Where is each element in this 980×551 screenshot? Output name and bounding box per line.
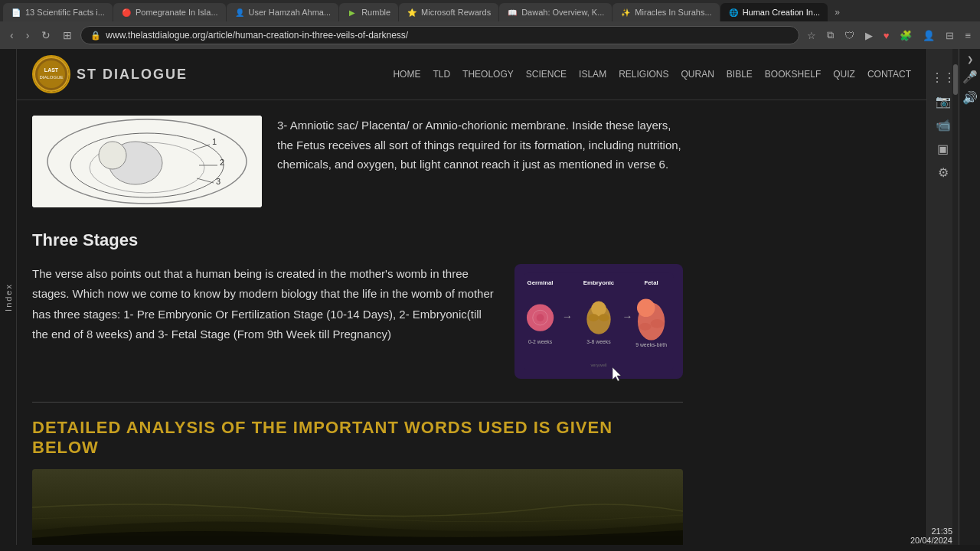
- tab-label-6: Dawah: Overview, K...: [521, 8, 604, 17]
- svg-text:→: →: [622, 311, 632, 322]
- far-right-arrow[interactable]: ❯: [967, 55, 973, 64]
- sidebar-camera-icon[interactable]: 📷: [936, 94, 951, 109]
- stages-section: The verse also points out that a human b…: [32, 264, 683, 379]
- left-sidebar[interactable]: Index: [0, 49, 17, 545]
- svg-text:2: 2: [220, 158, 224, 167]
- logo-image: LAST DIALOGUE: [32, 55, 70, 93]
- tab-rumble[interactable]: ▶ Rumble: [339, 3, 398, 21]
- browser-toolbar: ‹ › ↻ ⊞ 🔒 www.thelastdialogue.org/articl…: [0, 21, 980, 49]
- forward-button[interactable]: ›: [22, 28, 34, 43]
- nav-science[interactable]: SCIENCE: [526, 69, 567, 80]
- svg-point-33: [637, 299, 655, 318]
- nav-contact[interactable]: CONTACT: [867, 69, 911, 80]
- sidebar-options-icon[interactable]: ⋮⋮: [931, 70, 956, 85]
- site-navigation: HOME TLD THEOLOGY SCIENCE ISLAM RELIGION…: [393, 69, 911, 80]
- svg-text:9 weeks-birth: 9 weeks-birth: [635, 342, 667, 347]
- tab-favicon-8: 🌐: [728, 7, 739, 18]
- address-bar[interactable]: 🔒 www.thelastdialogue.org/article/human-…: [80, 26, 799, 44]
- svg-text:verywell: verywell: [590, 363, 606, 367]
- svg-text:DIALOGUE: DIALOGUE: [39, 75, 63, 80]
- more-tabs-button[interactable]: »: [828, 3, 846, 21]
- far-right-speaker[interactable]: 🔊: [962, 90, 978, 105]
- date: 20/04/2024: [910, 536, 952, 545]
- right-sidebar: ⋮⋮ 📷 📹 ▣ ⚙: [926, 49, 959, 545]
- grid-button[interactable]: ⊞: [59, 28, 76, 43]
- scrollbar[interactable]: [952, 49, 959, 545]
- tab-pomegranate[interactable]: 🔴 Pomegranate In Isla...: [113, 3, 226, 21]
- heart-button[interactable]: ♥: [880, 28, 893, 43]
- lock-icon: 🔒: [90, 31, 101, 41]
- fetus-section: 1 2 3 3- Amniotic sac/ Placenta/ or Amni…: [32, 116, 683, 207]
- shield-button[interactable]: 🛡: [841, 28, 858, 43]
- tab-favicon-7: ✨: [620, 7, 631, 18]
- tab-user-hamzah[interactable]: 👤 User Hamzah Ahma...: [227, 3, 339, 21]
- tab-dawah[interactable]: 📖 Dawah: Overview, K...: [499, 3, 612, 21]
- nav-tld[interactable]: TLD: [433, 69, 450, 80]
- far-right-panel: ❯ 🎤 🔊: [959, 49, 980, 545]
- tab-groups-button[interactable]: ⧉: [824, 28, 837, 43]
- fetus-diagram-image: 1 2 3: [32, 116, 262, 207]
- nav-bible[interactable]: BIBLE: [727, 69, 753, 80]
- tab-favicon-3: 👤: [234, 7, 245, 18]
- far-right-mic[interactable]: 🎤: [962, 70, 978, 84]
- tab-13-scientific[interactable]: 📄 13 Scientific Facts i...: [3, 3, 113, 21]
- system-time: 21:35 20/04/2024: [910, 527, 952, 545]
- nav-home[interactable]: HOME: [393, 69, 420, 80]
- svg-text:0-2 weeks: 0-2 weeks: [528, 339, 553, 344]
- menu-button[interactable]: ≡: [962, 28, 974, 43]
- svg-point-35: [639, 323, 652, 331]
- extension-button[interactable]: 🧩: [897, 28, 915, 43]
- dark-banner-section: [32, 469, 683, 545]
- index-label: Index: [4, 283, 13, 311]
- nav-religions[interactable]: RELIGIONS: [619, 69, 668, 80]
- important-words-heading: DETAILED ANALYSIS OF THE IMPORTANT WORDS…: [32, 418, 683, 458]
- tab-microsoft-rewards[interactable]: ⭐ Microsoft Rewards: [399, 3, 498, 21]
- sidebar-toggle-button[interactable]: ⊟: [942, 28, 957, 43]
- nav-islam[interactable]: ISLAM: [579, 69, 606, 80]
- svg-point-23: [537, 314, 544, 321]
- browser-chrome: 📄 13 Scientific Facts i... 🔴 Pomegranate…: [0, 0, 980, 49]
- scrollbar-thumb[interactable]: [953, 64, 958, 95]
- nav-bookshelf[interactable]: BOOKSHELF: [765, 69, 821, 80]
- svg-text:Fetal: Fetal: [644, 279, 658, 286]
- tab-label-1: 13 Scientific Facts i...: [25, 8, 105, 17]
- sidebar-settings-icon[interactable]: ⚙: [938, 165, 949, 180]
- nav-quiz[interactable]: QUIZ: [833, 69, 855, 80]
- tab-miracles[interactable]: ✨ Miracles In Surahs...: [612, 3, 719, 21]
- tab-label-5: Microsoft Rewards: [421, 8, 491, 17]
- three-stages-heading: Three Stages: [32, 230, 683, 250]
- tab-favicon-6: 📖: [507, 7, 518, 18]
- url-text: www.thelastdialogue.org/article/human-cr…: [106, 30, 408, 41]
- svg-text:Germinal: Germinal: [528, 279, 554, 286]
- svg-point-29: [588, 314, 599, 321]
- embryo-stages-image: Germinal Embryonic Fetal 0-2 weeks →: [514, 264, 683, 379]
- svg-point-10: [99, 142, 126, 169]
- svg-text:Embryonic: Embryonic: [583, 279, 615, 286]
- svg-point-1: [38, 60, 65, 88]
- svg-text:LAST: LAST: [44, 67, 59, 73]
- nav-theology[interactable]: THEOLOGY: [462, 69, 514, 80]
- clock: 21:35: [910, 527, 952, 536]
- nav-quran[interactable]: QURAN: [681, 69, 714, 80]
- web-content-area: LAST DIALOGUE ST DIALOGUE HOME TLD THEOL…: [17, 49, 926, 545]
- tab-label-4: Rumble: [361, 8, 390, 17]
- sidebar-video-icon[interactable]: 📹: [936, 118, 951, 132]
- tab-favicon-1: 📄: [11, 7, 21, 18]
- stages-description: The verse also points out that a human b…: [32, 264, 499, 379]
- reload-button[interactable]: ↻: [38, 28, 54, 43]
- svg-point-28: [599, 314, 609, 321]
- star-button[interactable]: ☆: [804, 28, 819, 43]
- site-header: LAST DIALOGUE ST DIALOGUE HOME TLD THEOL…: [17, 49, 926, 100]
- stages-diagram: Germinal Embryonic Fetal 0-2 weeks →: [514, 264, 683, 379]
- tab-label-8: Human Creation In...: [743, 8, 821, 17]
- sidebar-layers-icon[interactable]: ▣: [937, 142, 949, 156]
- article-body: 1 2 3 3- Amniotic sac/ Placenta/ or Amni…: [17, 100, 706, 545]
- main-container: Index LAST DIALOGUE ST DIALOGUE: [0, 49, 980, 545]
- section-divider: [32, 402, 683, 403]
- profile-button[interactable]: 👤: [920, 28, 938, 43]
- tab-human-creation[interactable]: 🌐 Human Creation In...: [720, 3, 828, 21]
- svg-text:3: 3: [216, 177, 220, 186]
- back-button[interactable]: ‹: [6, 28, 18, 43]
- play-button[interactable]: ▶: [862, 28, 876, 43]
- tab-favicon-4: ▶: [347, 7, 358, 18]
